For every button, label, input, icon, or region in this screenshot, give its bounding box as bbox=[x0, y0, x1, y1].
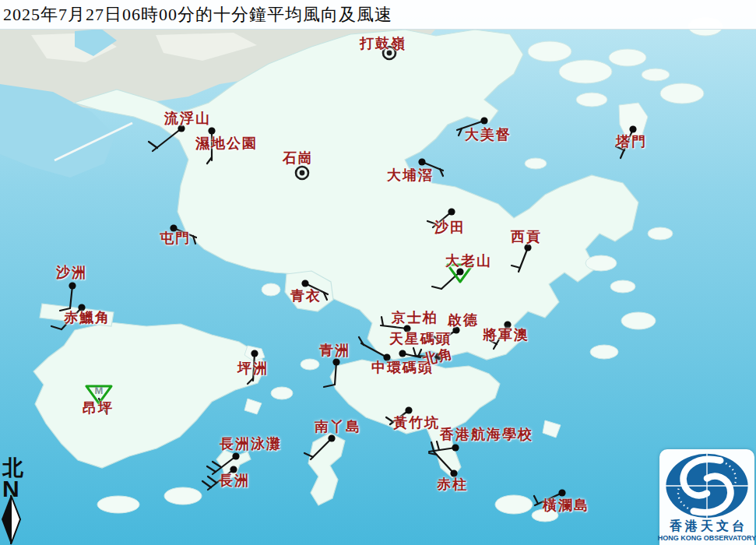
station-dot bbox=[434, 353, 441, 360]
station-dot bbox=[403, 325, 410, 332]
station-dot bbox=[629, 125, 636, 132]
station-dot bbox=[170, 224, 177, 231]
hko-name-english: HONG KONG OBSERVATORY bbox=[658, 533, 756, 543]
station-dot bbox=[383, 353, 390, 360]
station-dot bbox=[230, 466, 237, 473]
station-dot bbox=[405, 406, 412, 413]
station-dot bbox=[301, 280, 308, 287]
wind-map: M 北 N 打鼓嶺流浮山濕地公園石崗大美督塔門大埔滘沙田屯門西貢沙洲大老山赤鱲角… bbox=[0, 0, 756, 545]
hko-logo: 香港天文台 HONG KONG OBSERVATORY bbox=[659, 449, 754, 545]
station-dot bbox=[456, 268, 463, 275]
station-dot bbox=[480, 117, 487, 124]
map-title: 2025年7月27日06時00分的十分鐘平均風向及風速 bbox=[0, 3, 392, 26]
station-dot bbox=[208, 127, 215, 134]
title-bar: 2025年7月27日06時00分的十分鐘平均風向及風速 bbox=[0, 0, 756, 30]
station-dot bbox=[69, 282, 76, 289]
station-dot bbox=[450, 469, 457, 476]
station-dot bbox=[328, 434, 335, 441]
station-dot bbox=[332, 358, 339, 365]
station-dot bbox=[524, 244, 531, 251]
station-dot bbox=[452, 326, 459, 333]
station-dot bbox=[178, 125, 185, 132]
svg-text:M: M bbox=[95, 385, 104, 396]
station-dot bbox=[399, 350, 406, 357]
station-dot bbox=[452, 444, 459, 451]
station-dot bbox=[232, 452, 239, 459]
station-dot bbox=[558, 489, 565, 496]
hko-emblem-icon bbox=[662, 452, 752, 520]
base-map: M 北 N bbox=[0, 0, 756, 545]
hko-name-chinese: 香港天文台 bbox=[666, 519, 747, 533]
station-dot bbox=[418, 158, 425, 165]
station-dot bbox=[251, 350, 258, 357]
station-dot bbox=[504, 321, 511, 328]
station-dot bbox=[78, 304, 85, 311]
station-dot bbox=[448, 208, 455, 215]
